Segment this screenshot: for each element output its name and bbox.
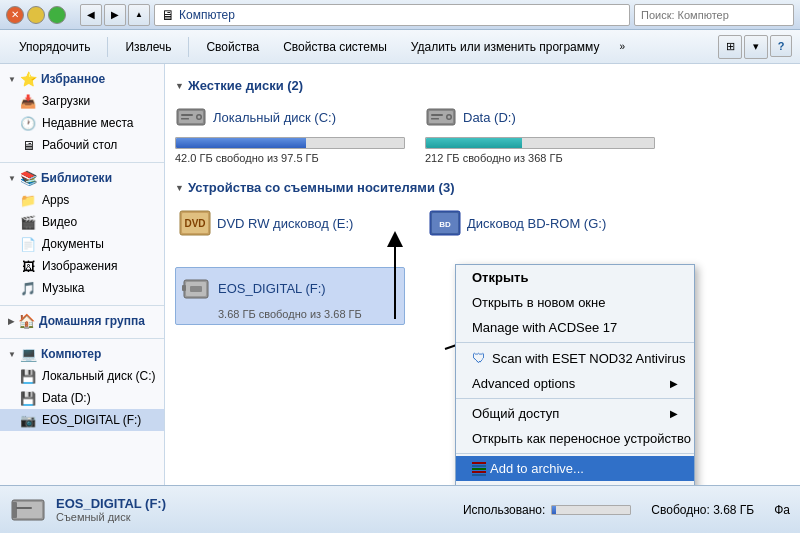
sidebar-homegroup-header[interactable]: ▶ 🏠 Домашняя группа xyxy=(0,310,164,332)
removable-eos[interactable]: EOS_DIGITAL (F:) 3.68 ГБ свободно из 3.6… xyxy=(175,267,405,325)
toolbar-system-props[interactable]: Свойства системы xyxy=(272,35,398,59)
images-label: Изображения xyxy=(42,259,117,273)
disk-d-name: Data (D:) xyxy=(463,110,516,125)
d-drive-label: Data (D:) xyxy=(42,391,91,405)
dvd-header: DVD DVD RW дисковод (E:) xyxy=(179,207,401,239)
sidebar-item-apps[interactable]: 📁 Apps xyxy=(0,189,164,211)
view-dropdown[interactable]: ▾ xyxy=(744,35,768,59)
status-free: Свободно: 3.68 ГБ xyxy=(651,503,754,517)
cm-acdsee-label: Manage with ACDSee 17 xyxy=(472,320,617,335)
context-menu: Открыть Открыть в новом окне Manage with… xyxy=(455,264,695,485)
svg-rect-27 xyxy=(14,502,42,518)
window-controls[interactable]: ✕ xyxy=(6,6,66,24)
cm-eset[interactable]: 🛡 Scan with ESET NOD32 Antivirus xyxy=(456,345,694,371)
status-used: Использовано: xyxy=(463,503,631,517)
libraries-triangle: ▼ xyxy=(8,174,16,183)
sidebar-item-documents[interactable]: 📄 Документы xyxy=(0,233,164,255)
sidebar-item-d-drive[interactable]: 💾 Data (D:) xyxy=(0,387,164,409)
forward-button[interactable]: ▶ xyxy=(104,4,126,26)
minimize-button[interactable] xyxy=(27,6,45,24)
computer-triangle: ▼ xyxy=(8,350,16,359)
libraries-icon: 📚 xyxy=(20,170,37,186)
sidebar-libraries-header[interactable]: ▼ 📚 Библиотеки xyxy=(0,167,164,189)
sidebar-item-downloads[interactable]: 📥 Загрузки xyxy=(0,90,164,112)
close-button[interactable]: ✕ xyxy=(6,6,24,24)
removable-bdrom[interactable]: BD Дисковод BD-ROM (G:) xyxy=(425,203,655,247)
documents-label: Документы xyxy=(42,237,104,251)
disk-item-d[interactable]: Data (D:) 212 ГБ свободно из 368 ГБ xyxy=(425,101,655,164)
view-toggle[interactable]: ⊞ xyxy=(718,35,742,59)
disk-item-c[interactable]: Локальный диск (C:) 42.0 ГБ свободно из … xyxy=(175,101,405,164)
up-button[interactable]: ▲ xyxy=(128,4,150,26)
sidebar-item-recent[interactable]: 🕐 Недавние места xyxy=(0,112,164,134)
svg-rect-21 xyxy=(182,285,186,291)
removable-title: Устройства со съемными носителями (3) xyxy=(188,180,455,195)
cm-share-label: Общий доступ xyxy=(472,406,559,421)
toolbar-organize[interactable]: Упорядочить xyxy=(8,35,101,59)
address-bar[interactable]: 🖥 Компютер xyxy=(154,4,630,26)
toolbar-more[interactable]: » xyxy=(612,36,632,57)
disk-c-header: Локальный диск (C:) xyxy=(175,101,405,133)
svg-text:BD: BD xyxy=(439,220,451,229)
removable-triangle: ▼ xyxy=(175,183,184,193)
hdd-d-icon xyxy=(425,101,457,133)
cm-advanced-label: Advanced options xyxy=(472,376,575,391)
status-type: Съемный диск xyxy=(56,511,453,523)
svg-rect-11 xyxy=(431,118,439,120)
disk-d-header: Data (D:) xyxy=(425,101,655,133)
sidebar-item-desktop[interactable]: 🖥 Рабочий стол xyxy=(0,134,164,156)
cm-acdsee[interactable]: Manage with ACDSee 17 xyxy=(456,315,694,340)
f-drive-label: EOS_DIGITAL (F:) xyxy=(42,413,141,427)
cm-add-archive-rar[interactable]: Add to "Archive.rar" xyxy=(456,481,694,485)
cm-add-archive[interactable]: Add to archive... xyxy=(456,456,694,481)
cm-open[interactable]: Открыть xyxy=(456,265,694,290)
sidebar-item-f-drive[interactable]: 📷 EOS_DIGITAL (F:) xyxy=(0,409,164,431)
nav-buttons[interactable]: ◀ ▶ ▲ xyxy=(80,4,150,26)
maximize-button[interactable] xyxy=(48,6,66,24)
cm-eset-label: Scan with ESET NOD32 Antivirus xyxy=(492,351,685,366)
cm-open-new-window[interactable]: Открыть в новом окне xyxy=(456,290,694,315)
status-bar-mini xyxy=(551,505,631,515)
c-drive-label: Локальный диск (C:) xyxy=(42,369,156,383)
status-details: Использовано: Свободно: 3.68 ГБ Фа xyxy=(463,503,790,517)
help-button[interactable]: ? xyxy=(770,35,792,57)
cm-portable[interactable]: Открыть как переносное устройство xyxy=(456,426,694,451)
svg-rect-10 xyxy=(431,114,443,116)
svg-point-9 xyxy=(448,116,451,119)
sidebar-item-video[interactable]: 🎬 Видео xyxy=(0,211,164,233)
sidebar-favorites-header[interactable]: ▼ ⭐ Избранное xyxy=(0,68,164,90)
svg-point-3 xyxy=(198,116,201,119)
cm-sep-1 xyxy=(456,342,694,343)
toolbar-eject[interactable]: Извлечь xyxy=(114,35,182,59)
cm-sep-3 xyxy=(456,453,694,454)
status-free-label: Свободно: 3.68 ГБ xyxy=(651,503,754,517)
sidebar-item-c-drive[interactable]: 💾 Локальный диск (C:) xyxy=(0,365,164,387)
sidebar-item-images[interactable]: 🖼 Изображения xyxy=(0,255,164,277)
back-button[interactable]: ◀ xyxy=(80,4,102,26)
apps-icon: 📁 xyxy=(20,192,36,208)
removable-dvd[interactable]: DVD DVD RW дисковод (E:) xyxy=(175,203,405,247)
favorites-triangle: ▼ xyxy=(8,75,16,84)
status-fa: Фа xyxy=(774,503,790,517)
f-drive-icon: 📷 xyxy=(20,412,36,428)
recent-label: Недавние места xyxy=(42,116,133,130)
sidebar-section-favorites: ▼ ⭐ Избранное 📥 Загрузки 🕐 Недавние мест… xyxy=(0,68,164,156)
d-drive-icon: 💾 xyxy=(20,390,36,406)
sidebar-divider-2 xyxy=(0,305,164,306)
title-bar: ✕ ◀ ▶ ▲ 🖥 Компютер xyxy=(0,0,800,30)
cm-share[interactable]: Общий доступ ▶ xyxy=(456,401,694,426)
downloads-label: Загрузки xyxy=(42,94,90,108)
homegroup-triangle: ▶ xyxy=(8,317,14,326)
favorites-label: Избранное xyxy=(41,72,105,86)
svg-rect-28 xyxy=(12,502,17,518)
harddisks-triangle: ▼ xyxy=(175,81,184,91)
sidebar-divider-1 xyxy=(0,162,164,163)
search-input[interactable] xyxy=(634,4,794,26)
toolbar-properties[interactable]: Свойства xyxy=(195,35,270,59)
disk-c-info: 42.0 ГБ свободно из 97.5 ГБ xyxy=(175,152,405,164)
sidebar-item-music[interactable]: 🎵 Музыка xyxy=(0,277,164,299)
cm-advanced[interactable]: Advanced options ▶ xyxy=(456,371,694,396)
toolbar-uninstall[interactable]: Удалить или изменить программу xyxy=(400,35,611,59)
sidebar-computer-header[interactable]: ▼ 💻 Компютер xyxy=(0,343,164,365)
cm-add-archive-label: Add to archive... xyxy=(490,461,584,476)
